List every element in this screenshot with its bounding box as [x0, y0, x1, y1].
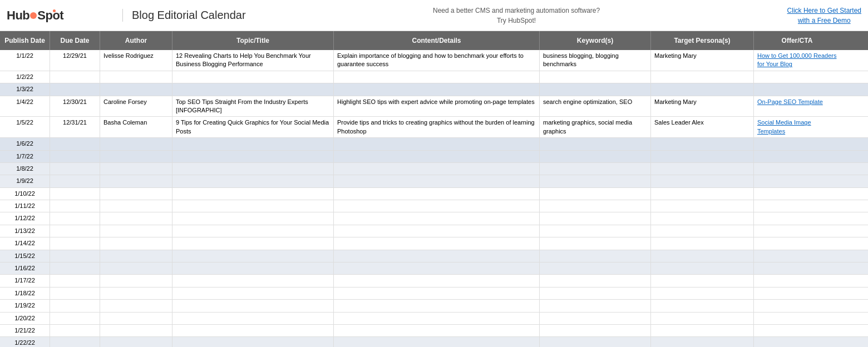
column-headers: Publish Date Due Date Author Topic/Title… — [0, 31, 868, 50]
table-row: 1/15/22 — [0, 250, 868, 262]
col-due-date: Due Date — [50, 31, 100, 50]
table-row: 1/16/22 — [0, 262, 868, 275]
col-cta: Offer/CTA — [754, 31, 840, 50]
page-title: Blog Editorial Calendar — [122, 9, 246, 22]
table-row: 1/12/22 — [0, 212, 868, 225]
table-row: 1/19/22 — [0, 300, 868, 312]
table-row: 1/17/22 — [0, 275, 868, 287]
top-header: HubSpot Blog Editorial Calendar Need a b… — [0, 0, 868, 31]
logo-text: HubSpot — [7, 8, 63, 23]
table-row: 1/21/22 — [0, 325, 868, 337]
table-row: 1/14/22 — [0, 237, 868, 250]
col-keywords: Keyword(s) — [540, 31, 651, 50]
table-row: 1/6/22 — [0, 138, 868, 150]
table-row: 1/2/22 — [0, 71, 868, 83]
table-row: 1/13/22 — [0, 225, 868, 237]
table-body: 1/1/2212/29/21Ivelisse Rodriguez12 Revea… — [0, 50, 868, 347]
promo-line2: Try HubSpot! — [246, 16, 787, 26]
table-row: 1/22/22 — [0, 337, 868, 347]
cta-line1: Click Here to Get Started — [787, 6, 861, 16]
table-row: 1/8/22 — [0, 163, 868, 175]
table-row: 1/5/2212/31/21Basha Coleman9 Tips for Cr… — [0, 117, 868, 138]
col-persona: Target Persona(s) — [651, 31, 754, 50]
table-row: 1/1/2212/29/21Ivelisse Rodriguez12 Revea… — [0, 50, 868, 71]
table-row: 1/11/22 — [0, 200, 868, 212]
col-author: Author — [100, 31, 172, 50]
logo-area: HubSpot — [7, 8, 118, 23]
table-row: 1/10/22 — [0, 188, 868, 200]
table-row: 1/4/2212/30/21Caroline ForseyTop SEO Tip… — [0, 96, 868, 117]
cta-line2: with a Free Demo — [787, 16, 861, 26]
table-row: 1/9/22 — [0, 175, 868, 187]
cta-link[interactable]: Click Here to Get Started with a Free De… — [787, 6, 861, 26]
table-row: 1/7/22 — [0, 151, 868, 163]
col-details: Content/Details — [334, 31, 540, 50]
table-row: 1/20/22 — [0, 313, 868, 325]
table-row: 1/18/22 — [0, 287, 868, 300]
table-row: 1/3/22 — [0, 83, 868, 96]
col-topic: Topic/Title — [172, 31, 334, 50]
promo-text: Need a better CMS and marketing automati… — [246, 6, 787, 26]
col-publish-date: Publish Date — [0, 31, 50, 50]
promo-line1: Need a better CMS and marketing automati… — [246, 6, 787, 16]
